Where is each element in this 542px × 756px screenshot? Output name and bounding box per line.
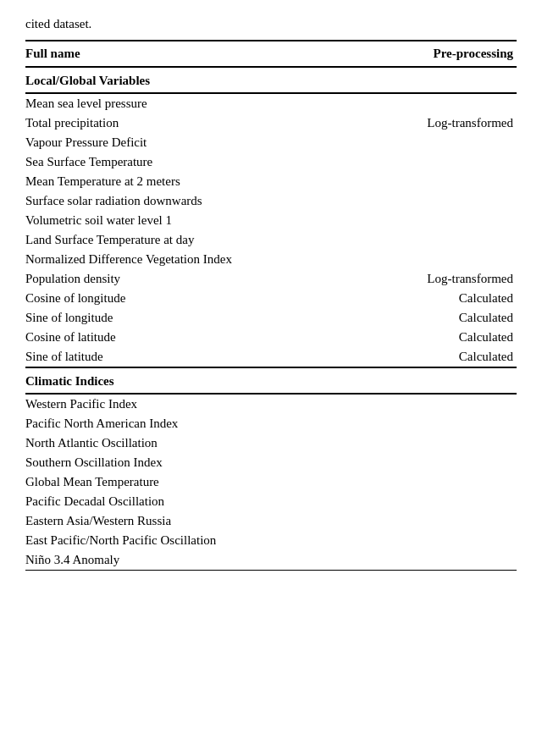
intro-text: cited dataset. [25, 17, 517, 31]
variable-preprocessing [370, 550, 517, 571]
table-row: East Pacific/North Pacific Oscillation [25, 531, 517, 550]
variable-name: Sea Surface Temperature [25, 152, 370, 172]
variable-name: Land Surface Temperature at day [25, 230, 370, 250]
variable-name: Niño 3.4 Anomaly [25, 550, 370, 571]
variable-name: Surface solar radiation downwards [25, 191, 370, 211]
variable-preprocessing [370, 492, 517, 511]
table-row: Total precipitationLog-transformed [25, 113, 517, 133]
table-row: North Atlantic Oscillation [25, 433, 517, 453]
variable-preprocessing [370, 531, 517, 550]
col-header-fullname: Full name [25, 41, 370, 67]
table-row: Pacific Decadal Oscillation [25, 492, 517, 511]
variable-name: Mean sea level pressure [25, 94, 370, 114]
table-row: Normalized Difference Vegetation Index [25, 250, 517, 269]
variable-preprocessing [370, 511, 517, 531]
table-row: Cosine of latitudeCalculated [25, 328, 517, 347]
section-title-local-global: Local/Global Variables [25, 67, 517, 93]
variable-preprocessing [370, 133, 517, 152]
variable-name: North Atlantic Oscillation [25, 433, 370, 453]
table-row: Pacific North American Index [25, 414, 517, 433]
variable-preprocessing [370, 414, 517, 433]
variable-name: Total precipitation [25, 113, 370, 133]
table-row: Sea Surface Temperature [25, 152, 517, 172]
table-row: Mean sea level pressure [25, 94, 517, 114]
table-row: Sine of latitudeCalculated [25, 347, 517, 367]
table-row: Vapour Pressure Deficit [25, 133, 517, 152]
table-row: Mean Temperature at 2 meters [25, 172, 517, 191]
variable-name: Cosine of longitude [25, 289, 370, 308]
variable-name: Pacific Decadal Oscillation [25, 492, 370, 511]
section-header-climatic-indices: Climatic Indices [25, 367, 517, 394]
variable-preprocessing [370, 191, 517, 211]
variable-preprocessing [370, 250, 517, 269]
table-row: Land Surface Temperature at day [25, 230, 517, 250]
variable-name: Western Pacific Index [25, 395, 370, 415]
variable-name: Sine of latitude [25, 347, 370, 367]
variable-name: Cosine of latitude [25, 328, 370, 347]
table-row: Niño 3.4 Anomaly [25, 550, 517, 571]
variable-preprocessing [370, 453, 517, 472]
variable-preprocessing [370, 230, 517, 250]
variable-preprocessing [370, 211, 517, 230]
table-row: Volumetric soil water level 1 [25, 211, 517, 230]
table-row: Western Pacific Index [25, 395, 517, 415]
section-title-climatic-indices: Climatic Indices [25, 367, 517, 394]
variable-preprocessing: Log-transformed [370, 269, 517, 289]
col-header-preprocessing: Pre-processing [370, 41, 517, 67]
table-row: Surface solar radiation downwards [25, 191, 517, 211]
variable-name: Sine of longitude [25, 308, 370, 328]
variable-preprocessing [370, 472, 517, 492]
table-row: Southern Oscillation Index [25, 453, 517, 472]
variable-preprocessing: Calculated [370, 289, 517, 308]
variable-preprocessing [370, 433, 517, 453]
variable-preprocessing: Calculated [370, 308, 517, 328]
variable-name: Global Mean Temperature [25, 472, 370, 492]
variable-name: Normalized Difference Vegetation Index [25, 250, 370, 269]
variable-name: Pacific North American Index [25, 414, 370, 433]
variable-preprocessing: Calculated [370, 328, 517, 347]
variable-name: Volumetric soil water level 1 [25, 211, 370, 230]
variable-name: Vapour Pressure Deficit [25, 133, 370, 152]
table-row: Eastern Asia/Western Russia [25, 511, 517, 531]
variable-name: Southern Oscillation Index [25, 453, 370, 472]
table-row: Population densityLog-transformed [25, 269, 517, 289]
table-row: Global Mean Temperature [25, 472, 517, 492]
table-row: Cosine of longitudeCalculated [25, 289, 517, 308]
section-header-local-global: Local/Global Variables [25, 67, 517, 93]
table-row: Sine of longitudeCalculated [25, 308, 517, 328]
variable-name: Population density [25, 269, 370, 289]
variable-name: Mean Temperature at 2 meters [25, 172, 370, 191]
variables-table: Full name Pre-processing Local/Global Va… [25, 40, 517, 571]
variable-name: East Pacific/North Pacific Oscillation [25, 531, 370, 550]
variable-preprocessing [370, 152, 517, 172]
variable-preprocessing [370, 172, 517, 191]
variable-preprocessing: Log-transformed [370, 113, 517, 133]
variable-preprocessing: Calculated [370, 347, 517, 367]
variable-name: Eastern Asia/Western Russia [25, 511, 370, 531]
variable-preprocessing [370, 395, 517, 415]
variable-preprocessing [370, 94, 517, 114]
